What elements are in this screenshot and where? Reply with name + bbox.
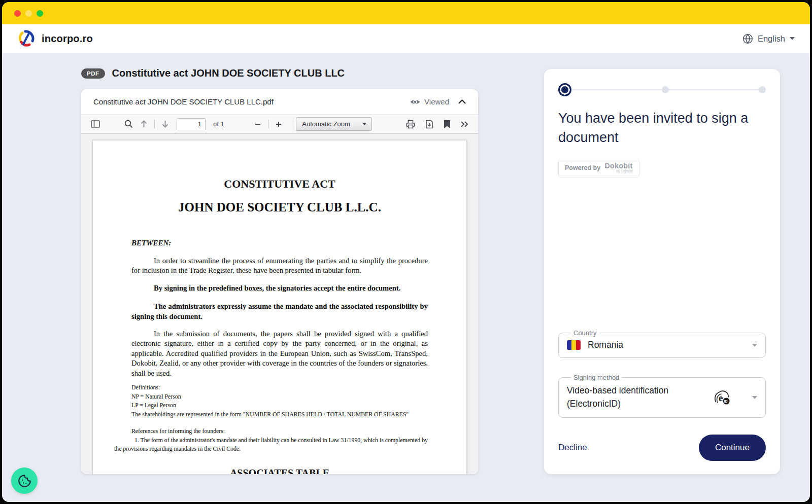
doc-references: References for informing the founders: 1… (114, 427, 428, 454)
doc-paragraph: In the submission of documents, the pape… (131, 329, 428, 378)
brand-logo[interactable]: incorpo.ro (17, 29, 93, 48)
language-label: English (758, 34, 785, 44)
country-select[interactable]: Country Romania (558, 329, 766, 358)
svg-text:e: e (719, 392, 723, 403)
doc-paragraph: In order to streamline the process of en… (131, 256, 428, 276)
pdf-viewer-canvas[interactable]: CONSTITUTIVE ACT JOHN DOE SOCIETY CLUB L… (81, 134, 478, 474)
romania-flag-icon (567, 340, 581, 350)
eye-icon (410, 98, 420, 105)
doc-heading-1: CONSTITUTIVE ACT (131, 177, 428, 191)
incorpo-logo-icon (17, 29, 37, 48)
step-dot (662, 86, 669, 93)
doc-paragraph-bold: By signing in the predefined boxes, the … (131, 283, 428, 293)
chevron-down-icon (790, 37, 795, 40)
signing-method-value: Video-based identification (ElectronicID… (567, 384, 699, 410)
signing-panel: You have been invited to sign a document… (544, 69, 780, 474)
collapse-card-button[interactable] (457, 98, 467, 105)
doc-heading-2: JOHN DOE SOCIETY CLUB L.L.C. (131, 200, 428, 214)
step-dot-active (558, 83, 571, 96)
globe-icon (742, 33, 753, 44)
viewed-status: Viewed (410, 97, 449, 106)
traffic-lights (14, 10, 43, 17)
document-title-row: PDF Constitutive act JOHN DOE SOCIETY CL… (81, 67, 345, 79)
zoom-out-icon[interactable] (253, 119, 263, 129)
doc-paragraph-bold: The administrators expressly assume the … (131, 302, 428, 321)
close-window-button[interactable] (14, 10, 21, 17)
cookie-icon (18, 474, 31, 488)
pdf-badge: PDF (81, 68, 105, 79)
zoom-level-value: Automatic Zoom (302, 120, 350, 128)
main-area: PDF Constitutive act JOHN DOE SOCIETY CL… (2, 53, 810, 502)
minimize-window-button[interactable] (25, 10, 32, 17)
pdf-page: CONSTITUTIVE ACT JOHN DOE SOCIETY CLUB L… (92, 140, 467, 474)
bookmark-icon[interactable] (442, 118, 452, 130)
print-icon[interactable] (404, 118, 417, 130)
svg-text:ID: ID (724, 400, 727, 403)
cookie-settings-button[interactable] (11, 467, 38, 494)
progress-stepper (558, 83, 766, 96)
app-window: incorpo.ro English PDF Constitutive act … (2, 2, 810, 502)
previous-page-icon[interactable] (139, 118, 149, 130)
page-count-label: of 1 (213, 120, 224, 128)
pdf-card-header: Constitutive act JOHN DOE SOCIETY CLUB L… (81, 89, 478, 115)
pdf-filename: Constitutive act JOHN DOE SOCIETY CLUB L… (93, 97, 274, 106)
panel-actions: Decline Continue (558, 435, 766, 461)
chevron-down-icon (752, 344, 757, 347)
pdf-toolbar: of 1 Automatic Zoom (81, 115, 478, 134)
page-number-input[interactable] (177, 118, 206, 130)
continue-button[interactable]: Continue (699, 435, 766, 461)
search-icon[interactable] (123, 118, 134, 130)
signing-method-label: Signing method (571, 374, 622, 381)
invite-title: You have been invited to sign a document (558, 109, 766, 148)
country-value: Romania (588, 340, 623, 350)
dokobit-logo: Dokobit by Signicat (604, 162, 632, 173)
language-selector[interactable]: English (742, 33, 795, 44)
sidebar-toggle-icon[interactable] (89, 119, 101, 129)
more-tools-icon[interactable] (459, 119, 470, 129)
next-page-icon[interactable] (160, 118, 171, 130)
viewed-label: Viewed (424, 97, 449, 106)
step-line (669, 89, 759, 90)
page-title: Constitutive act JOHN DOE SOCIETY CLUB L… (112, 67, 345, 79)
country-label: Country (571, 329, 599, 337)
step-line (571, 89, 662, 90)
zoom-in-icon[interactable] (274, 119, 284, 129)
step-dot (759, 86, 766, 93)
chevron-down-icon (752, 396, 757, 399)
powered-by-badge: Powered by Dokobit by Signicat (558, 159, 639, 177)
signing-method-select[interactable]: Signing method Video-based identificatio… (558, 374, 766, 418)
brand-name: incorpo.ro (42, 33, 93, 45)
chevron-down-icon (362, 123, 366, 125)
window-titlebar (2, 2, 810, 24)
pdf-viewer-card: Constitutive act JOHN DOE SOCIETY CLUB L… (81, 89, 478, 474)
decline-button[interactable]: Decline (558, 443, 587, 453)
doc-definitions: Definitions: NP = Natural Person LP = Le… (131, 383, 428, 419)
doc-table-title: ASSOCIATES TABLE (131, 467, 428, 474)
maximize-window-button[interactable] (37, 10, 43, 17)
electronicid-fingerprint-icon: e ID (714, 389, 731, 406)
zoom-level-select[interactable]: Automatic Zoom (296, 117, 372, 131)
doc-between-label: BETWEEN: (131, 239, 428, 247)
download-icon[interactable] (423, 118, 435, 130)
app-header: incorpo.ro English (2, 24, 810, 53)
